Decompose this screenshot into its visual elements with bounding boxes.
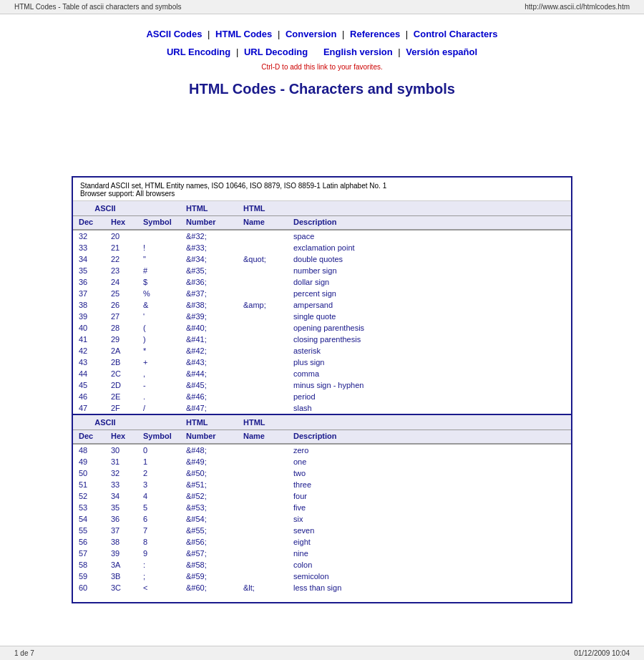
table-row: 4129)&#41;closing parenthesis [73, 334, 571, 345]
footer-bar: 1 de 7 01/12/2009 10:04 [0, 646, 644, 660]
col-header-hex-2: Hex [105, 430, 137, 445]
table-row: 583A:&#58;colon [73, 559, 571, 571]
table-row: 432B+&#43;plus sign [73, 356, 571, 368]
footer-date: 01/12/2009 10:04 [574, 649, 630, 657]
table-row: 3321!&#33;exclamation point [73, 242, 571, 253]
col-header-htmlnum: Number [180, 216, 238, 230]
nav-lang-en[interactable]: English version [323, 47, 393, 57]
footer-page: 1 de 7 [14, 649, 34, 657]
table-row: 3523#&#35;number sign [73, 265, 571, 276]
nav-ascii-codes[interactable]: ASCII Codes [146, 29, 202, 39]
htmlnum-header-spacer: HTML [180, 201, 238, 216]
table-row: 3422"&#34;&quot;double quotes [73, 253, 571, 265]
table-row: 603C<&#60;&lt;less than sign [73, 582, 571, 593]
col-header-desc-2: Description [288, 430, 571, 445]
table-row: 442C,&#44;comma [73, 368, 571, 379]
nav-control-characters[interactable]: Control Characters [414, 29, 498, 39]
table-row: 593B;&#59;semicolon [73, 571, 571, 582]
nav-html-codes[interactable]: HTML Codes [215, 29, 272, 39]
col-header-htmlname: Name [238, 216, 288, 230]
table-row: 55377&#55;seven [73, 525, 571, 536]
ascii-group-header: ASCII [73, 201, 137, 216]
table-row: 462E.&#46;period [73, 391, 571, 402]
col-header-dec: Dec [73, 216, 105, 230]
table-row: 57399&#57;nine [73, 548, 571, 559]
col-header-dec-2: Dec [73, 430, 105, 445]
favorites-text: Ctrl-D to add this link to your favorite… [57, 60, 587, 74]
col-header-htmlnum-2: Number [180, 430, 238, 445]
table-row: 51333&#51;three [73, 479, 571, 490]
table-row: 50322&#50;two [73, 467, 571, 479]
nav-conversion[interactable]: Conversion [286, 29, 337, 39]
page-title: HTML Codes - Characters and symbols [57, 74, 587, 112]
col-header-sym: Symbol [137, 216, 180, 230]
browser-bar: HTML Codes - Table of ascii characters a… [0, 0, 644, 14]
table-sub-header-row-2: Dec Hex Symbol Number Name Description [73, 430, 571, 445]
col-header-sym-2: Symbol [137, 430, 180, 445]
table-row: 452D-&#45;minus sign - hyphen [73, 379, 571, 391]
table-row: 422A*&#42;asterisk [73, 345, 571, 356]
col-header-hex: Hex [105, 216, 137, 230]
nav-url-encoding[interactable]: URL Encoding [167, 47, 230, 57]
nav-url-decoding[interactable]: URL Decoding [244, 47, 308, 57]
table-group-header-row: ASCII HTML HTML [73, 201, 571, 216]
desc-header-spacer [288, 201, 571, 216]
browser-title: HTML Codes - Table of ascii characters a… [14, 3, 181, 11]
table-bottom-spacer [73, 593, 571, 602]
ascii-group-header-2: ASCII [73, 415, 137, 430]
table-row: 3927'&#39;single quote [73, 311, 571, 322]
ascii-table-1: ASCII HTML HTML Dec Hex Symbol Number Na… [73, 201, 571, 602]
table-note: Standard ASCII set, HTML Entity names, I… [73, 178, 571, 201]
table-row: 3220&#32;space [73, 230, 571, 242]
htmlname-header-spacer: HTML [238, 201, 288, 216]
table-sub-header-row: Dec Hex Symbol Number Name Description [73, 216, 571, 230]
table-row: 53355&#53;five [73, 502, 571, 513]
browser-url: http://www.ascii.cl/htmlcodes.htm [525, 3, 630, 11]
nav-row2: URL Encoding | URL Decoding English vers… [57, 44, 587, 60]
table-row: 3725%&#37;percent sign [73, 288, 571, 299]
table-row: 472F/&#47;slash [73, 402, 571, 414]
table-row: 54366&#54;six [73, 513, 571, 525]
col-header-desc: Description [288, 216, 571, 230]
nav-references[interactable]: References [350, 29, 400, 39]
table-row: 56388&#56;eight [73, 536, 571, 548]
ad-area [57, 112, 587, 169]
table-row: 3624$&#36;dollar sign [73, 276, 571, 288]
table-row: 4028(&#40;opening parenthesis [73, 322, 571, 334]
table-row: 49311&#49;one [73, 456, 571, 467]
table-group-header-row-2: ASCII HTML HTML [73, 415, 571, 430]
sym-header-spacer [137, 201, 180, 216]
nav-links: ASCII Codes | HTML Codes | Conversion | … [57, 14, 587, 44]
page: HTML Codes - Table of ascii characters a… [0, 0, 644, 660]
table-row: 48300&#48;zero [73, 444, 571, 456]
table-row: 3826&&#38;&amp;ampersand [73, 299, 571, 311]
col-header-htmlname-2: Name [238, 430, 288, 445]
main-table-container: Standard ASCII set, HTML Entity names, I… [72, 176, 572, 603]
nav-lang-es[interactable]: Versión español [406, 47, 477, 57]
table-row: 52344&#52;four [73, 490, 571, 502]
